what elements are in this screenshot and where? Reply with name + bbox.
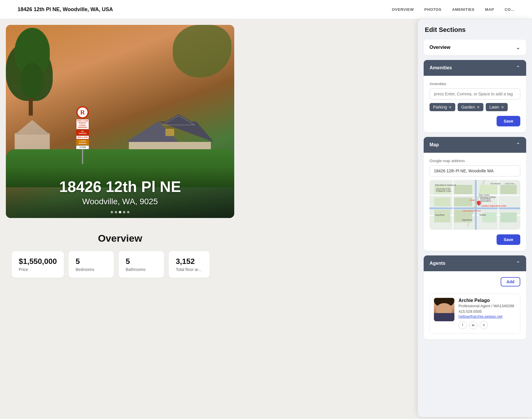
section-overview-header[interactable]: Overview ⌄ <box>424 40 526 55</box>
social-facebook-icon[interactable]: f <box>459 321 467 329</box>
hero-image: R 8AM to 11AMMONDAYSTREET SWEEPING NOPAR… <box>6 25 234 218</box>
section-amenities-body: Amenities Parking ✕ Garden ✕ Lawn ✕ <box>424 76 526 132</box>
nav-amenities[interactable]: AMENITIES <box>452 7 475 12</box>
map-chevron-up-icon: ⌃ <box>516 142 520 148</box>
map-address-input[interactable] <box>430 165 520 176</box>
agent-title: Professional Agent / WA1340298 <box>459 304 516 308</box>
stat-bathrooms-label: Bathrooms <box>126 267 157 272</box>
tag-garden-label: Garden <box>461 105 475 109</box>
carousel-dot-5[interactable] <box>127 211 129 213</box>
stat-price-value: $1,550,000 <box>19 257 57 266</box>
agents-chevron-up-icon: ⌃ <box>516 260 520 267</box>
nav-overview[interactable]: OVERVIEW <box>392 7 414 12</box>
amenities-save-container: Save <box>430 116 520 126</box>
tag-lawn-remove[interactable]: ✕ <box>501 105 504 109</box>
section-map-card: Map ⌃ Google map address <box>424 137 526 251</box>
chevron-up-icon: ⌃ <box>516 65 520 71</box>
stat-floor-label: Total floor ar... <box>176 267 203 272</box>
section-agents-header[interactable]: Agents ⌃ <box>424 255 526 271</box>
social-x-icon[interactable]: ✕ <box>480 321 488 329</box>
tag-parking-label: Parking <box>433 105 447 109</box>
tag-parking-remove[interactable]: ✕ <box>449 105 452 109</box>
nav-contact[interactable]: CO... <box>504 7 514 12</box>
add-agent-button[interactable]: Add <box>501 277 520 286</box>
stats-grid: $1,550,000 Price 5 Bedrooms 5 Bathrooms … <box>12 251 228 278</box>
hero-address-main: 18426 12th Pl NE <box>18 178 223 195</box>
hero-overlay: 18426 12th Pl NE Woodville, WA, 9025 <box>6 167 234 218</box>
stat-floor-value: 3,152 <box>176 257 203 266</box>
main-content: R 8AM to 11AMMONDAYSTREET SWEEPING NOPAR… <box>0 19 532 286</box>
section-amenities-card: Amenities ⌃ Amenities Parking ✕ Garden ✕ <box>424 60 526 132</box>
carousel-dot-2[interactable] <box>115 211 117 213</box>
tag-garden-remove[interactable]: ✕ <box>477 105 480 109</box>
nav-map[interactable]: MAP <box>485 7 494 12</box>
nav: OVERVIEW PHOTOS AMENITIES MAP CO... <box>392 7 514 12</box>
stat-floor: 3,152 Total floor ar... <box>169 251 210 278</box>
overview-section: Overview $1,550,000 Price 5 Bedrooms 5 B… <box>0 224 240 286</box>
carousel-dot-1[interactable] <box>111 211 113 213</box>
edit-sections-panel: Edit Sections Overview ⌄ Amenities ⌃ Ame… <box>418 19 532 417</box>
stat-bathrooms-value: 5 <box>126 257 157 266</box>
map-save-button[interactable]: Save <box>497 234 520 245</box>
section-agents-body: Add Arch <box>424 271 526 339</box>
svg-rect-14 <box>165 129 174 136</box>
amenities-save-button[interactable]: Save <box>497 116 520 126</box>
section-amenities-title: Amenities <box>430 65 452 71</box>
agent-socials: f in ✕ <box>459 321 516 329</box>
stat-price-label: Price <box>19 267 57 272</box>
stat-bedrooms: 5 Bedrooms <box>69 251 114 278</box>
chevron-down-icon: ⌄ <box>516 44 520 51</box>
agent-phone: 415.529.5505 <box>459 309 516 314</box>
section-agents-card: Agents ⌃ Add <box>424 255 526 339</box>
agent-info: Archie Pelago Professional Agent / WA134… <box>459 298 516 329</box>
agent-avatar <box>434 298 454 321</box>
left-side: R 8AM to 11AMMONDAYSTREET SWEEPING NOPAR… <box>0 19 240 286</box>
section-overview-card: Overview ⌄ <box>424 40 526 55</box>
map-preview: City Hotel & Casino ★ University of theP… <box>430 180 520 230</box>
nav-photos[interactable]: PHOTOS <box>424 7 442 12</box>
section-map-body: Google map address <box>424 153 526 251</box>
tag-parking: Parking ✕ <box>430 103 455 111</box>
hero-address-sub: Woodville, WA, 9025 <box>18 197 223 206</box>
section-agents-title: Agents <box>430 261 445 266</box>
tag-garden: Garden ✕ <box>458 103 483 111</box>
stat-bathrooms: 5 Bathrooms <box>119 251 164 278</box>
social-linkedin-icon[interactable]: in <box>469 321 477 329</box>
panel-title: Edit Sections <box>424 26 526 34</box>
amenities-tags: Parking ✕ Garden ✕ Lawn ✕ <box>430 103 520 111</box>
tag-lawn: Lawn ✕ <box>486 103 507 111</box>
stat-price: $1,550,000 Price <box>12 251 64 278</box>
agent-card: Archie Pelago Professional Agent / WA134… <box>430 293 520 334</box>
section-map-header[interactable]: Map ⌃ <box>424 137 526 153</box>
amenities-tag-input[interactable] <box>430 88 520 99</box>
overview-title: Overview <box>12 233 228 244</box>
map-save-container: Save <box>430 234 520 245</box>
carousel-dot-4[interactable] <box>123 211 125 213</box>
section-map-title: Map <box>430 142 439 147</box>
amenities-field-label: Amenities <box>430 82 520 86</box>
agent-email[interactable]: hellow@archie.pelago.net <box>459 314 516 319</box>
carousel-dot-3[interactable] <box>119 211 121 213</box>
stat-bedrooms-value: 5 <box>76 257 107 266</box>
section-overview-title: Overview <box>430 45 450 50</box>
section-amenities-header[interactable]: Amenities ⌃ <box>424 60 526 76</box>
stat-bedrooms-label: Bedrooms <box>76 267 107 272</box>
tag-lawn-label: Lawn <box>489 105 499 109</box>
map-address-label: Google map address <box>430 159 520 163</box>
page-title: 18426 12th Pl NE, Woodville, WA, USA <box>18 6 392 13</box>
header: 18426 12th Pl NE, Woodville, WA, USA OVE… <box>0 0 532 19</box>
agent-name: Archie Pelago <box>459 298 516 303</box>
